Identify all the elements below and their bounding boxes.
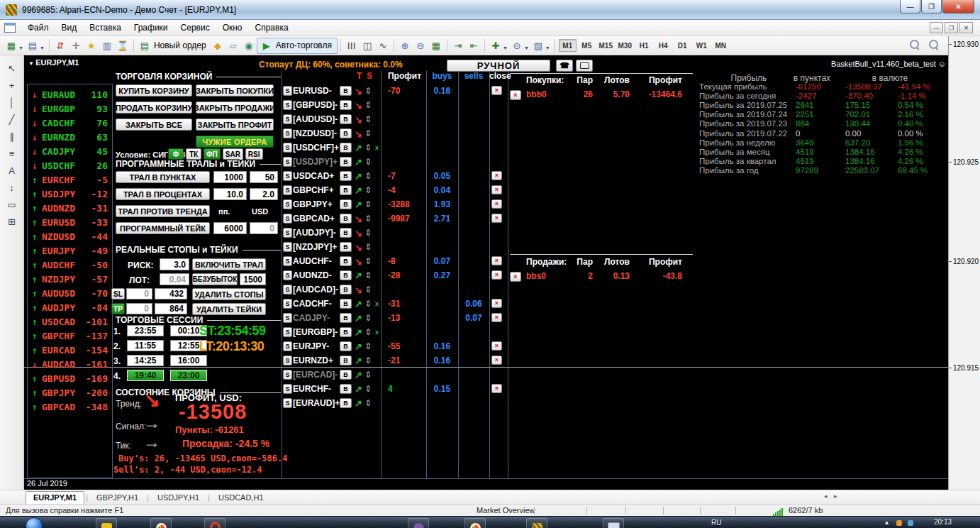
session-from-field[interactable]: 23:55	[127, 325, 164, 336]
timeframe-M30[interactable]: M30	[616, 39, 634, 52]
text-label-icon[interactable]: A	[4, 163, 21, 179]
dropdown-caret-icon[interactable]: ▼	[524, 45, 529, 50]
close-pair-button[interactable]: ×	[491, 356, 502, 365]
menu-item-Справка[interactable]: Справка	[249, 21, 295, 35]
close-pair-button[interactable]: ×	[491, 214, 502, 223]
menu-item-Файл[interactable]: Файл	[21, 21, 55, 35]
sell-pair-button[interactable]: S	[283, 327, 292, 337]
sl-button[interactable]: SL	[111, 288, 125, 299]
expert-advisors-icon[interactable]: ◆	[211, 38, 225, 53]
sells-table-close-button[interactable]: ×	[510, 272, 521, 282]
trail-button-0[interactable]: ТРАЛ В ПУНКТАХ	[116, 171, 210, 183]
sell-pair-button[interactable]: S	[283, 199, 292, 209]
mode-button[interactable]: РУЧНОЙ	[447, 60, 550, 72]
buy-pair-button[interactable]: B	[340, 114, 352, 124]
buy-pair-button[interactable]: B	[340, 299, 352, 309]
close-pair-button[interactable]: ×	[491, 299, 502, 308]
timeframe-M1[interactable]: M1	[559, 39, 577, 52]
taskbar-app-explorer[interactable]	[96, 518, 117, 528]
buy-pair-button[interactable]: B	[340, 143, 352, 153]
buy-pair-button[interactable]: B	[340, 228, 352, 238]
timeframe-MN[interactable]: MN	[712, 39, 730, 52]
sell-pair-button[interactable]: S	[283, 114, 292, 124]
tile-windows-icon[interactable]: ▦	[429, 38, 443, 53]
tray-app-icon[interactable]	[896, 520, 902, 526]
trail-field-2-0[interactable]: 50	[250, 171, 278, 183]
dropdown-caret-icon[interactable]: ▼	[503, 45, 508, 50]
templates-icon[interactable]: ▨	[531, 38, 545, 53]
tp-field-2[interactable]: 864	[155, 303, 187, 314]
taskbar-app-opera[interactable]	[204, 518, 225, 528]
timeframe-M15[interactable]: M15	[597, 39, 615, 52]
trail-field-1-0[interactable]: 1000	[213, 171, 247, 183]
market-watch-icon[interactable]: ⇵	[53, 38, 67, 53]
close-all-button[interactable]: ЗАКРЫТЬ ВСЕ	[116, 119, 192, 131]
trail-button-1[interactable]: ТРАЛ В ПРОЦЕНТАХ	[116, 188, 210, 200]
trail-field-1-1[interactable]: 10.0	[213, 188, 247, 200]
data-window-icon[interactable]: ▥	[100, 38, 114, 53]
session-from-field[interactable]: 11:55	[127, 340, 164, 351]
sell-pair-button[interactable]: S	[283, 398, 292, 408]
buy-pair-button[interactable]: B	[340, 370, 352, 380]
buy-pair-button[interactable]: B	[340, 285, 352, 295]
condition-button-ТК[interactable]: ТК	[186, 148, 201, 160]
buy-pair-button[interactable]: B	[340, 313, 352, 323]
close-buys-button[interactable]: ЗАКРЫТЬ ПОКУПКИ	[196, 84, 274, 97]
shapes-icon[interactable]: ▭	[4, 197, 21, 213]
buys-table-close-button[interactable]: ×	[510, 90, 521, 100]
buy-pair-button[interactable]: B	[340, 86, 352, 96]
trail-button-3[interactable]: ПРОГРАММНЫЙ ТЕЙК	[116, 222, 210, 234]
close-pair-button[interactable]: ×	[491, 270, 502, 280]
sell-pair-button[interactable]: S	[283, 242, 292, 252]
candlestick-icon[interactable]: ◫	[360, 38, 374, 53]
tp-button[interactable]: ТР	[111, 303, 125, 314]
others-orders-button[interactable]: ЧУЖИЕ ОРДЕРА	[196, 136, 274, 148]
buy-pair-button[interactable]: B	[340, 128, 352, 138]
timeframe-H1[interactable]: H1	[635, 39, 653, 52]
timeframe-H4[interactable]: H4	[655, 39, 672, 52]
trendline-icon[interactable]: ╱	[4, 111, 21, 128]
auto-scroll-icon[interactable]: ⇥	[451, 38, 465, 53]
sell-pair-button[interactable]: S	[283, 143, 292, 153]
timeframe-W1[interactable]: W1	[693, 39, 711, 52]
condition-button-ФП[interactable]: ФП	[204, 148, 221, 160]
buy-pair-button[interactable]: B	[340, 341, 352, 351]
tab-USDJPY,H1[interactable]: USDJPY,H1	[150, 492, 206, 504]
strategy-tester-icon[interactable]: ⌛	[116, 38, 130, 53]
zoom-in-icon[interactable]: ⊕	[398, 38, 412, 53]
menu-item-Вставка[interactable]: Вставка	[83, 21, 128, 35]
arrow-label-icon[interactable]: ↕	[4, 180, 21, 196]
new-chart-icon[interactable]: ▦	[4, 38, 18, 53]
menu-item-Сервис[interactable]: Сервис	[174, 21, 216, 35]
mdi-close-button[interactable]: ✕	[959, 22, 973, 33]
chart-shift-icon[interactable]: ⇤	[467, 38, 481, 53]
fibonacci-icon[interactable]: ≡	[4, 145, 21, 162]
breakeven-button[interactable]: БЕЗУБЫТОК	[192, 273, 238, 285]
menu-item-Графики[interactable]: Графики	[128, 21, 174, 35]
sl-field-1[interactable]: 0	[126, 288, 152, 299]
bar-chart-icon[interactable]: ☰	[345, 38, 359, 53]
condition-button-Ф[interactable]: Ф	[168, 148, 184, 160]
favorites-icon[interactable]: ★	[84, 38, 99, 53]
sell-pair-button[interactable]: S	[283, 285, 292, 295]
sell-pair-button[interactable]: S	[283, 384, 292, 394]
trail-field-2-1[interactable]: 2.0	[250, 188, 278, 200]
trail-button-2[interactable]: ТРАЛ ПРОТИВ ТРЕНДА	[116, 205, 210, 217]
trail-field-1-3[interactable]: 6000	[213, 222, 247, 234]
sell-basket-button[interactable]: ПРОДАТЬ КОРЗИНУ	[116, 101, 192, 114]
sell-pair-button[interactable]: S	[283, 185, 292, 195]
sell-pair-button[interactable]: S	[283, 313, 292, 323]
dropdown-caret-icon[interactable]: ▼	[18, 45, 23, 50]
taskbar-app-window[interactable]	[603, 518, 624, 528]
sell-pair-button[interactable]: S	[283, 370, 292, 380]
indicator-list-icon[interactable]: ⊞	[4, 214, 21, 230]
close-pair-button[interactable]: ×	[491, 185, 502, 194]
sell-pair-button[interactable]: S	[283, 171, 292, 181]
buy-pair-button[interactable]: B	[340, 270, 352, 280]
enable-trail-button[interactable]: ВКЛЮЧИТЬ ТРАЛ	[192, 258, 266, 270]
dropdown-caret-icon[interactable]: ▼	[545, 45, 550, 50]
tab-EURJPY,M1[interactable]: EURJPY,M1	[26, 491, 84, 504]
periods-icon[interactable]: ⊙	[510, 38, 524, 53]
tab-USDCAD,H1[interactable]: USDCAD,H1	[211, 492, 271, 504]
session-to-field[interactable]: 16:00	[170, 355, 207, 366]
